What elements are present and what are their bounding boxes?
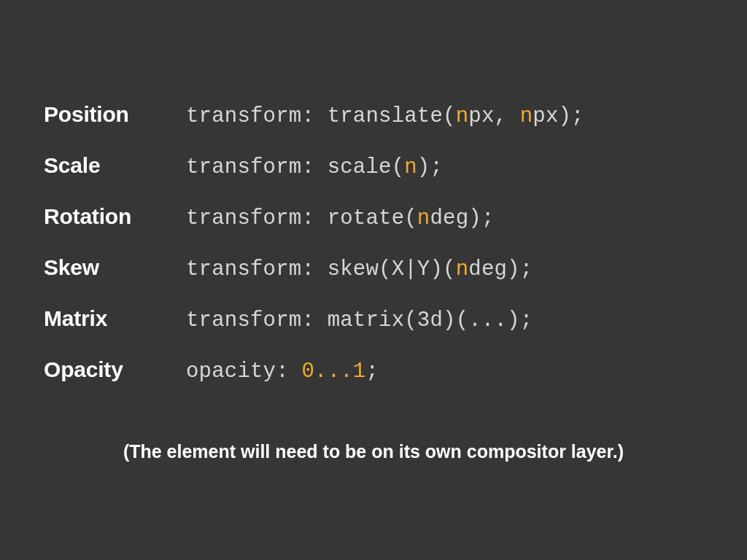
code-highlight: n — [456, 257, 469, 281]
code-segment: deg); — [430, 206, 494, 230]
property-row: Opacityopacity: 0...1; — [44, 357, 747, 384]
code-highlight: n — [404, 155, 417, 179]
property-code: transform: rotate(ndeg); — [186, 206, 494, 230]
code-segment: transform: matrix(3d)(...); — [186, 308, 533, 332]
property-row: Scaletransform: scale(n); — [44, 153, 747, 179]
property-code: transform: scale(n); — [186, 155, 443, 179]
code-segment: transform: scale( — [186, 155, 404, 179]
property-code: transform: matrix(3d)(...); — [186, 308, 533, 332]
code-segment: deg); — [468, 257, 533, 281]
property-label: Scale — [44, 153, 186, 178]
property-code: opacity: 0...1; — [186, 359, 379, 384]
property-label: Skew — [44, 255, 186, 280]
code-highlight: n — [456, 104, 469, 128]
property-row: Positiontransform: translate(npx, npx); — [44, 102, 747, 128]
slide-container: Positiontransform: translate(npx, npx);S… — [0, 0, 747, 560]
property-label: Position — [44, 102, 186, 127]
footnote-text: (The element will need to be on its own … — [0, 441, 747, 462]
code-segment: ; — [365, 359, 379, 384]
property-label: Rotation — [44, 204, 186, 229]
code-segment: transform: translate( — [186, 104, 456, 128]
code-highlight: n — [417, 206, 430, 230]
code-segment: px, — [468, 104, 519, 128]
property-row: Matrixtransform: matrix(3d)(...); — [44, 306, 747, 332]
code-highlight: 0...1 — [301, 359, 365, 384]
code-highlight: n — [520, 104, 533, 128]
property-code: transform: translate(npx, npx); — [186, 104, 584, 128]
property-row: Skewtransform: skew(X|Y)(ndeg); — [44, 255, 747, 281]
code-segment: opacity: — [186, 359, 301, 384]
code-segment: px); — [533, 104, 584, 128]
code-segment: transform: skew(X|Y)( — [186, 257, 456, 281]
property-row: Rotationtransform: rotate(ndeg); — [44, 204, 747, 230]
property-rows: Positiontransform: translate(npx, npx);S… — [0, 102, 747, 384]
property-label: Opacity — [44, 357, 186, 382]
property-label: Matrix — [44, 306, 186, 331]
code-segment: ); — [417, 155, 443, 179]
code-segment: transform: rotate( — [186, 206, 417, 230]
property-code: transform: skew(X|Y)(ndeg); — [186, 257, 533, 281]
